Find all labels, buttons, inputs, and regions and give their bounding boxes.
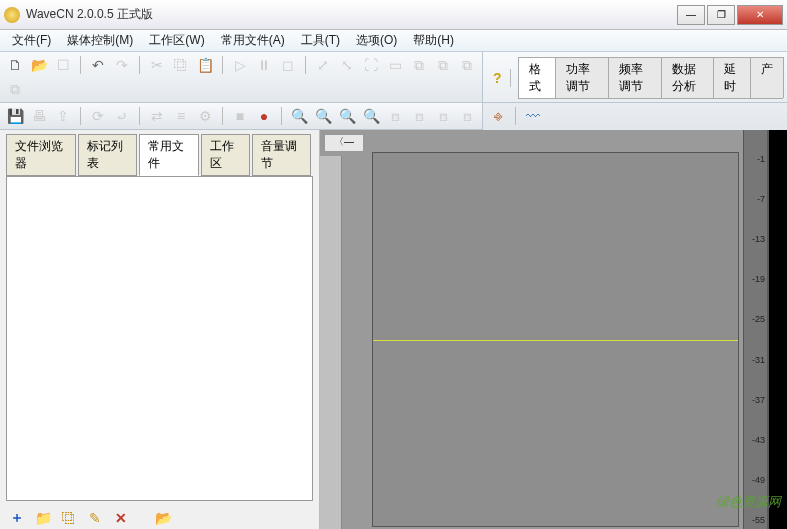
tab-analysis[interactable]: 数据分析 — [661, 57, 715, 98]
save-icon[interactable]: 💾 — [6, 107, 24, 125]
channel-gutter — [320, 156, 342, 529]
separator — [139, 56, 140, 74]
region3-icon[interactable]: ⧈ — [386, 107, 404, 125]
rename-icon[interactable]: ✎ — [86, 509, 104, 527]
zoom-in-icon[interactable]: ⤢ — [314, 56, 332, 74]
toolbar-row-1: 🗋 📂 ☐ ↶ ↷ ✂ ⿻ 📋 ▷ ⏸ ◻ ⤢ ⤡ ⛶ ▭ ⧉ ⧉ ⧉ ⧉ — [0, 52, 482, 103]
tab-format[interactable]: 格式 — [518, 57, 556, 98]
print-icon[interactable]: 🖶 — [30, 107, 48, 125]
copy-icon[interactable]: ⿻ — [172, 56, 190, 74]
window-controls: — ❐ ✕ — [677, 5, 783, 25]
tab-marker-list[interactable]: 标记列表 — [78, 134, 137, 176]
zoom-sel-icon[interactable]: 🔍 — [314, 107, 332, 125]
separator — [510, 69, 511, 87]
paste-icon[interactable]: 📋 — [196, 56, 214, 74]
region6-icon[interactable]: ⧈ — [458, 107, 476, 125]
wave-icon[interactable]: 〰 — [524, 107, 542, 125]
tab-power[interactable]: 功率调节 — [555, 57, 609, 98]
export-icon[interactable]: ⇪ — [54, 107, 72, 125]
menu-workspace[interactable]: 工作区(W) — [141, 30, 212, 51]
scale-label: -55 — [746, 515, 765, 525]
left-tabs: 文件浏览器 标记列表 常用文件 工作区 音量调节 — [0, 130, 319, 176]
window-title: WaveCN 2.0.0.5 正式版 — [26, 6, 677, 23]
menu-file[interactable]: 文件(F) — [4, 30, 59, 51]
settings-icon[interactable]: ⚙ — [196, 107, 214, 125]
swap-icon[interactable]: ⇄ — [148, 107, 166, 125]
separator — [515, 107, 516, 125]
open-folder-icon[interactable]: 📂 — [154, 509, 172, 527]
open-icon[interactable]: 📂 — [30, 56, 48, 74]
help-icon[interactable]: ? — [487, 70, 508, 86]
scale-label: -49 — [746, 475, 765, 485]
redo-icon[interactable]: ↷ — [113, 56, 131, 74]
rotate-icon[interactable]: ⤾ — [113, 107, 131, 125]
tab-favorites[interactable]: 常用文件 — [139, 134, 198, 176]
separator — [139, 107, 140, 125]
tab-workspace[interactable]: 工作区 — [201, 134, 250, 176]
right-tabs: 格式 功率调节 频率调节 数据分析 延时 产 — [518, 57, 783, 99]
scale-label: -25 — [746, 314, 765, 324]
region2-icon[interactable]: 🔍 — [362, 107, 380, 125]
tab-delay[interactable]: 延时 — [713, 57, 751, 98]
separator — [222, 56, 223, 74]
stop2-icon[interactable]: ■ — [231, 107, 249, 125]
scroll-left-button[interactable]: 〈— — [324, 134, 364, 152]
copy-icon[interactable]: ⿻ — [60, 509, 78, 527]
new-file-icon[interactable]: 🗋 — [6, 56, 24, 74]
separator — [305, 56, 306, 74]
tab-trunc[interactable]: 产 — [750, 57, 784, 98]
minimize-button[interactable]: — — [677, 5, 705, 25]
cut-icon[interactable]: ✂ — [148, 56, 166, 74]
close-button[interactable]: ✕ — [737, 5, 783, 25]
separator — [281, 107, 282, 125]
mixer-icon[interactable]: ≡ — [172, 107, 190, 125]
scale-label: -37 — [746, 395, 765, 405]
refresh-icon[interactable]: ⟳ — [89, 107, 107, 125]
separator — [222, 107, 223, 125]
region5-icon[interactable]: ⧈ — [434, 107, 452, 125]
zoom-fit-icon[interactable]: ⛶ — [362, 56, 380, 74]
marker4-icon[interactable]: ⧉ — [6, 80, 24, 98]
region4-icon[interactable]: ⧈ — [410, 107, 428, 125]
tab-file-browser[interactable]: 文件浏览器 — [6, 134, 76, 176]
scale-label: -1 — [746, 154, 765, 164]
zoom-out-icon[interactable]: ⤡ — [338, 56, 356, 74]
scale-label: -13 — [746, 234, 765, 244]
tab-volume[interactable]: 音量调节 — [252, 134, 311, 176]
menu-help[interactable]: 帮助(H) — [405, 30, 462, 51]
undo-icon[interactable]: ↶ — [89, 56, 107, 74]
separator — [80, 56, 81, 74]
waveform-panel: 〈— -1 -7 -13 -19 -25 -31 -37 -43 -49 -55 — [320, 130, 787, 529]
menubar: 文件(F) 媒体控制(M) 工作区(W) 常用文件(A) 工具(T) 选项(O)… — [0, 30, 787, 52]
folder-plus-icon[interactable]: 📁 — [34, 509, 52, 527]
select-all-icon[interactable]: ▭ — [386, 56, 404, 74]
menu-tools[interactable]: 工具(T) — [293, 30, 348, 51]
tab-freq[interactable]: 频率调节 — [608, 57, 662, 98]
add-icon[interactable]: ＋ — [8, 509, 26, 527]
menu-options[interactable]: 选项(O) — [348, 30, 405, 51]
prev-icon[interactable]: ☐ — [54, 56, 72, 74]
exit-icon[interactable]: ⎆ — [489, 107, 507, 125]
menu-media[interactable]: 媒体控制(M) — [59, 30, 141, 51]
delete-icon[interactable]: ✕ — [112, 509, 130, 527]
play-icon[interactable]: ▷ — [231, 56, 249, 74]
region1-icon[interactable]: 🔍 — [338, 107, 356, 125]
level-meter — [767, 130, 787, 529]
zoom-reset-icon[interactable]: 🔍 — [290, 107, 308, 125]
maximize-button[interactable]: ❐ — [707, 5, 735, 25]
right-toolbar-area: ? 格式 功率调节 频率调节 数据分析 延时 产 ⎆ 〰 — [482, 52, 787, 130]
left-panel: 文件浏览器 标记列表 常用文件 工作区 音量调节 ＋ 📁 ⿻ ✎ ✕ 📂 — [0, 130, 320, 529]
scale-label: -31 — [746, 355, 765, 365]
stop-icon[interactable]: ◻ — [279, 56, 297, 74]
waveform-line — [373, 340, 738, 341]
menu-favorites[interactable]: 常用文件(A) — [213, 30, 293, 51]
left-content-list[interactable] — [6, 176, 313, 501]
waveform-track[interactable] — [372, 152, 739, 527]
scale-label: -43 — [746, 435, 765, 445]
pause-icon[interactable]: ⏸ — [255, 56, 273, 74]
marker3-icon[interactable]: ⧉ — [458, 56, 476, 74]
marker2-icon[interactable]: ⧉ — [434, 56, 452, 74]
db-scale: -1 -7 -13 -19 -25 -31 -37 -43 -49 -55 — [743, 130, 767, 529]
record2-icon[interactable]: ● — [255, 107, 273, 125]
marker1-icon[interactable]: ⧉ — [410, 56, 428, 74]
